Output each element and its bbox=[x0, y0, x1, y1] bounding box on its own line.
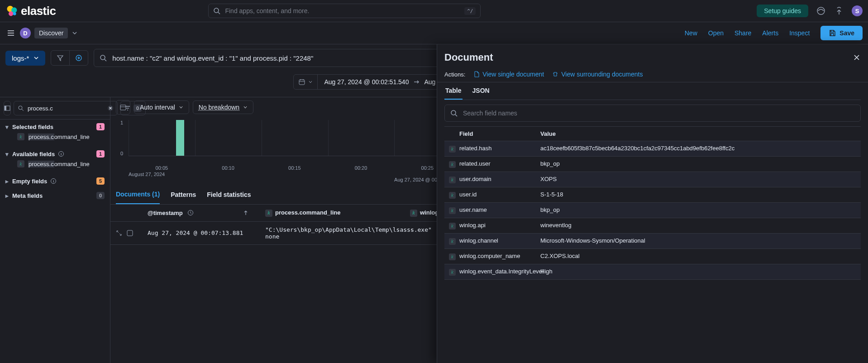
search-icon bbox=[18, 105, 24, 111]
keyword-type-icon: k bbox=[410, 210, 417, 217]
svg-rect-11 bbox=[299, 80, 305, 85]
col-header-command-line[interactable]: kprocess.command_line bbox=[265, 209, 410, 217]
info-icon[interactable]: i bbox=[58, 151, 64, 157]
flyout-close-button[interactable] bbox=[853, 53, 861, 62]
nav-share[interactable]: Share bbox=[734, 29, 751, 37]
date-from: Aug 27, 2024 @ 00:02:51.540 bbox=[324, 78, 409, 86]
field-row: krelated.hashac18ceefb605f3b87c5becb64a2… bbox=[444, 141, 861, 157]
svg-point-8 bbox=[100, 55, 105, 60]
filter-icon-button[interactable] bbox=[51, 51, 70, 65]
col-header-value: Value bbox=[540, 130, 856, 137]
search-icon bbox=[213, 7, 220, 14]
field-row: kwinlog.channelMicrosoft-Windows-Sysmon/… bbox=[444, 234, 861, 249]
keyword-type-icon: k bbox=[449, 269, 456, 276]
empty-fields-header[interactable]: ▸ Empty fields i 5 bbox=[5, 177, 105, 185]
setup-guides-button[interactable]: Setup guides bbox=[757, 5, 808, 17]
save-button[interactable]: Save bbox=[820, 26, 863, 40]
keyword-type-icon: k bbox=[449, 207, 456, 214]
global-search[interactable]: ^/ bbox=[208, 4, 481, 18]
flyout-tab-json[interactable]: JSON bbox=[472, 82, 491, 100]
app-badge: D bbox=[20, 28, 31, 38]
field-row: kwinlog.event_data.IntegrityLevelHigh bbox=[444, 264, 861, 280]
app-name-chip[interactable]: Discover bbox=[34, 28, 68, 38]
calendar-icon bbox=[119, 104, 127, 111]
flyout-title: Document bbox=[444, 52, 493, 63]
meta-fields-header[interactable]: ▸ Meta fields 0 bbox=[5, 192, 105, 199]
calendar-button[interactable] bbox=[294, 75, 318, 89]
histogram-bar-0[interactable] bbox=[176, 120, 184, 156]
row-checkbox[interactable] bbox=[127, 230, 133, 236]
calendar-icon bbox=[298, 78, 305, 86]
svg-rect-25 bbox=[127, 230, 133, 236]
flyout-field-search-input[interactable] bbox=[462, 109, 855, 117]
elastic-logo[interactable]: elastic bbox=[5, 4, 56, 18]
sidebar-field-search-input[interactable] bbox=[27, 105, 105, 112]
toggle-chart-button[interactable] bbox=[116, 100, 130, 115]
nav-inspect[interactable]: Inspect bbox=[789, 29, 810, 37]
sidebar-field-search[interactable] bbox=[14, 101, 118, 115]
selected-fields-header[interactable]: ▾ Selected fields 1 bbox=[5, 123, 105, 130]
keyword-type-icon: k bbox=[449, 192, 456, 199]
svg-point-3 bbox=[13, 12, 16, 15]
nav-new[interactable]: New bbox=[685, 29, 697, 37]
field-row: kwinlog.computer_nameC2.XOPS.local bbox=[444, 249, 861, 264]
keyword-type-icon: k bbox=[17, 160, 24, 167]
tab-patterns[interactable]: Patterns bbox=[171, 186, 196, 204]
keyword-type-icon: k bbox=[449, 238, 456, 245]
notifications-icon[interactable] bbox=[816, 5, 826, 16]
interval-selector[interactable]: Auto interval bbox=[134, 100, 189, 114]
add-filter-button[interactable] bbox=[70, 51, 88, 65]
keyword-type-icon: k bbox=[449, 146, 456, 153]
chevron-down-icon: ▾ bbox=[5, 151, 9, 158]
svg-point-4 bbox=[214, 8, 219, 13]
nav-toggle-icon[interactable] bbox=[5, 28, 16, 38]
index-pattern-selector[interactable]: logs-* bbox=[5, 51, 45, 66]
meta-fields-count: 0 bbox=[96, 192, 105, 199]
field-row: kwinlog.apiwineventlog bbox=[444, 218, 861, 234]
close-icon bbox=[853, 53, 861, 62]
tab-documents[interactable]: Documents (1) bbox=[116, 185, 160, 204]
empty-fields-count: 5 bbox=[96, 177, 105, 185]
svg-line-9 bbox=[105, 59, 106, 61]
user-avatar[interactable]: S bbox=[852, 5, 863, 16]
tab-field-statistics[interactable]: Field statistics bbox=[207, 186, 251, 204]
breakdown-selector[interactable]: No breakdown bbox=[193, 100, 253, 114]
svg-line-5 bbox=[218, 12, 220, 14]
view-surrounding-documents-link[interactable]: View surrounding documents bbox=[552, 71, 643, 78]
cell-command-line: "C:\Users\bkp_op\AppData\Local\Temp\lsas… bbox=[265, 226, 410, 240]
app-switcher-chevron-icon[interactable] bbox=[72, 30, 78, 36]
global-search-input[interactable] bbox=[224, 7, 461, 15]
elastic-wordmark: elastic bbox=[21, 4, 56, 18]
keyword-type-icon: k bbox=[449, 253, 456, 260]
chevron-down-icon bbox=[33, 55, 39, 61]
expand-row-icon[interactable] bbox=[116, 230, 122, 236]
elastic-logo-icon bbox=[5, 5, 18, 17]
info-icon[interactable]: i bbox=[51, 178, 56, 184]
flyout-tab-table[interactable]: Table bbox=[444, 82, 463, 100]
document-fields-table: Field Value krelated.hashac18ceefb605f3b… bbox=[444, 126, 861, 363]
view-single-document-link[interactable]: View single document bbox=[473, 71, 544, 78]
svg-line-15 bbox=[22, 109, 24, 111]
keyword-type-icon: k bbox=[449, 177, 456, 183]
sidebar-collapse-button[interactable] bbox=[4, 101, 11, 115]
flyout-field-search[interactable] bbox=[444, 105, 861, 122]
chevron-right-icon: ▸ bbox=[5, 178, 9, 185]
chevron-down-icon bbox=[308, 80, 313, 84]
nav-open[interactable]: Open bbox=[708, 29, 724, 37]
col-header-timestamp[interactable]: @timestamp bbox=[148, 210, 265, 216]
keyboard-shortcut-hint: ^/ bbox=[464, 7, 476, 15]
chevron-down-icon bbox=[179, 105, 183, 110]
sort-ascending-icon[interactable] bbox=[243, 210, 249, 216]
field-row: kuser.idS-1-5-18 bbox=[444, 187, 861, 203]
chevron-right-icon: ▸ bbox=[5, 192, 9, 199]
nav-alerts[interactable]: Alerts bbox=[762, 29, 778, 37]
available-fields-header[interactable]: ▾ Available fields i 1 bbox=[5, 150, 105, 158]
newsfeed-icon[interactable] bbox=[834, 5, 844, 16]
keyword-type-icon: k bbox=[265, 210, 272, 217]
ytick-1: 1 bbox=[120, 120, 123, 125]
sidebar-item-available-0[interactable]: k process.command_line bbox=[5, 158, 105, 170]
col-header-field: Field bbox=[449, 130, 533, 137]
sidebar-item-selected-0[interactable]: k process.command_line bbox=[5, 130, 105, 143]
chevron-down-icon: ▾ bbox=[5, 124, 9, 130]
available-fields-count: 1 bbox=[96, 150, 105, 158]
